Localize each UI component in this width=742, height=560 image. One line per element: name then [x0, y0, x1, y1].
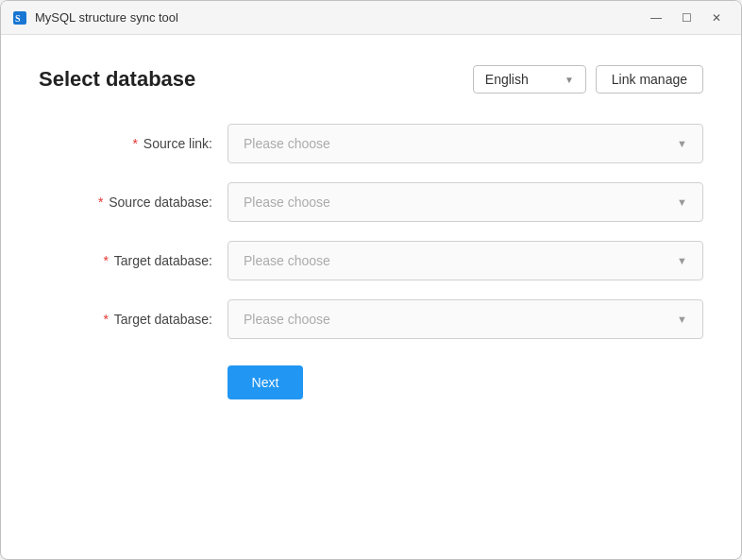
source-link-label: * Source link: [39, 136, 228, 151]
link-manage-button[interactable]: Link manage [596, 65, 703, 93]
svg-text:S: S [15, 13, 21, 24]
language-label: English [485, 72, 529, 87]
source-database-placeholder: Please choose [244, 195, 330, 210]
header-actions: English ▼ Link manage [473, 65, 703, 93]
titlebar: S MySQL structure sync tool — ☐ ✕ [1, 1, 741, 35]
source-database-label-text: Source database: [109, 195, 212, 210]
target-database-arrow-2: ▼ [677, 314, 687, 325]
close-button[interactable]: ✕ [703, 7, 730, 29]
target-database-row-2: * Target database: Please choose ▼ [39, 299, 703, 339]
target-database-label-1: * Target database: [39, 253, 228, 268]
minimize-button[interactable]: — [643, 7, 669, 29]
page-content: Select database English ▼ Link manage * … [1, 35, 741, 559]
window-controls: — ☐ ✕ [643, 7, 730, 29]
source-link-placeholder: Please choose [244, 136, 330, 151]
source-database-label: * Source database: [39, 195, 228, 210]
source-link-label-text: Source link: [143, 136, 212, 151]
target-database-row-1: * Target database: Please choose ▼ [39, 241, 703, 280]
page-title: Select database [39, 67, 195, 92]
language-selector[interactable]: English ▼ [473, 65, 586, 93]
required-star-3: * [104, 253, 109, 268]
source-link-select[interactable]: Please choose ▼ [228, 124, 703, 163]
target-database-arrow-1: ▼ [677, 255, 687, 266]
app-icon: S [12, 10, 27, 25]
main-window: S MySQL structure sync tool — ☐ ✕ Select… [0, 0, 742, 560]
language-dropdown-arrow: ▼ [565, 75, 574, 85]
required-star-4: * [104, 312, 109, 327]
database-form: * Source link: Please choose ▼ * Source … [39, 124, 703, 399]
source-link-arrow: ▼ [677, 138, 687, 149]
target-database-placeholder-2: Please choose [244, 312, 330, 327]
target-database-label-text-1: Target database: [114, 253, 212, 268]
source-database-row: * Source database: Please choose ▼ [39, 182, 703, 222]
required-star-2: * [98, 195, 103, 210]
page-header: Select database English ▼ Link manage [39, 65, 703, 93]
required-star-1: * [133, 136, 138, 151]
target-database-label-2: * Target database: [39, 312, 228, 327]
source-database-select[interactable]: Please choose ▼ [228, 182, 703, 222]
target-database-select-1[interactable]: Please choose ▼ [228, 241, 703, 280]
next-button[interactable]: Next [228, 365, 303, 399]
source-database-arrow: ▼ [677, 196, 687, 208]
source-link-row: * Source link: Please choose ▼ [39, 124, 703, 163]
target-database-label-text-2: Target database: [114, 312, 212, 327]
window-title: MySQL structure sync tool [35, 10, 643, 25]
target-database-select-2[interactable]: Please choose ▼ [228, 299, 703, 339]
target-database-placeholder-1: Please choose [244, 253, 330, 268]
maximize-button[interactable]: ☐ [673, 7, 700, 29]
